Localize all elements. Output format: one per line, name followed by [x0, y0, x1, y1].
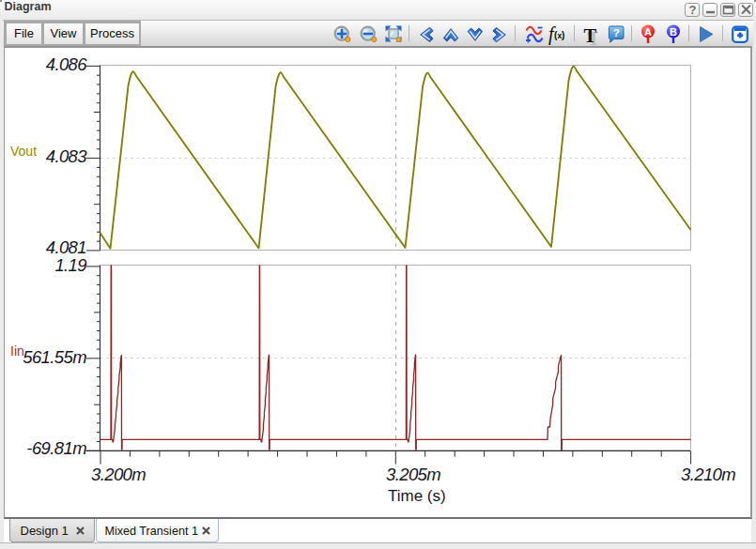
- svg-text:?: ?: [613, 27, 620, 38]
- svg-text:A: A: [644, 26, 652, 38]
- svg-text:T: T: [583, 25, 596, 45]
- svg-text:B: B: [670, 26, 677, 38]
- svg-text:): ): [562, 30, 564, 40]
